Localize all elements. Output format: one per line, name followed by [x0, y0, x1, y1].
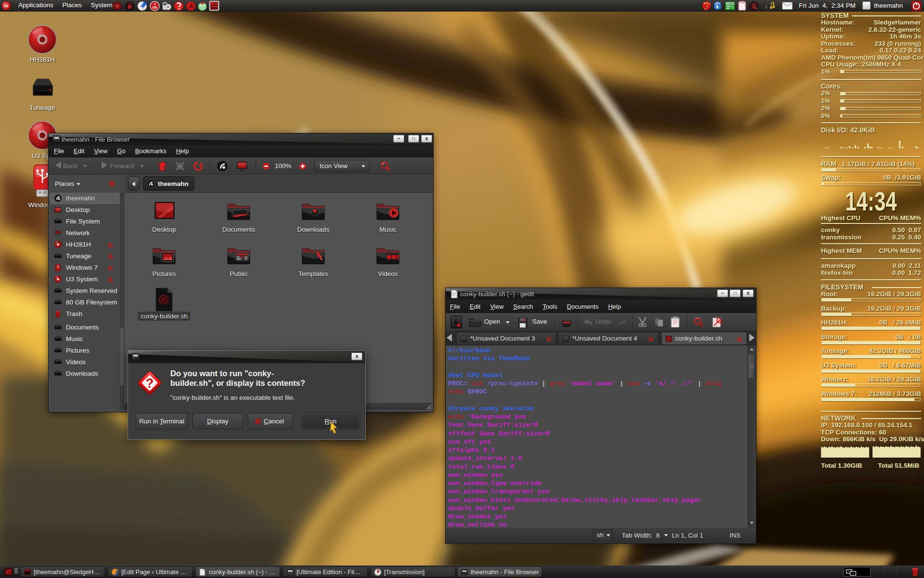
svg-text:IIIB: IIIB: [152, 6, 157, 9]
svg-text:?: ?: [146, 376, 154, 391]
svg-text:YARR: YARR: [727, 2, 734, 5]
svg-text:☶: ☶: [154, 3, 156, 6]
